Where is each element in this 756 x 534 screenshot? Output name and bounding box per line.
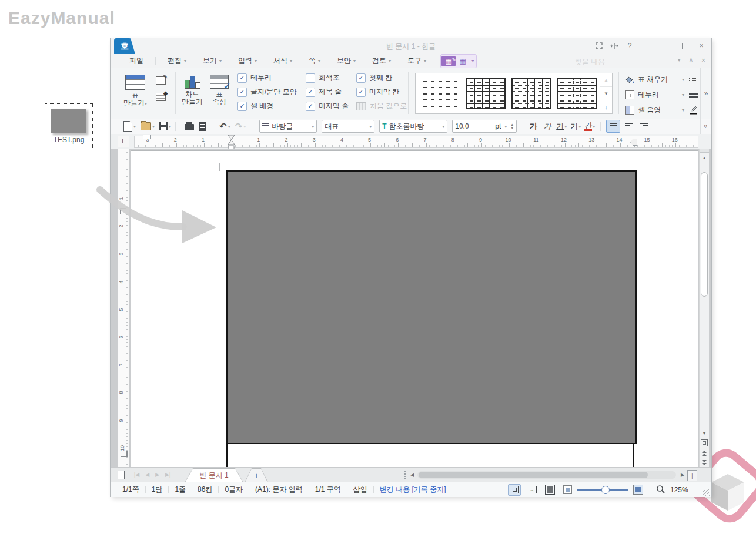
border-thickness-button[interactable] bbox=[688, 89, 700, 100]
open-button[interactable]: ▾ bbox=[141, 122, 155, 130]
resize-grip[interactable] bbox=[703, 489, 710, 496]
gallery-scroll-up-button[interactable]: ▲ bbox=[600, 73, 612, 87]
vertical-scrollbar[interactable]: ▲ ▼ bbox=[699, 149, 709, 467]
ribbon-more-button[interactable]: » bbox=[700, 68, 711, 119]
next-page-button[interactable] bbox=[700, 458, 709, 467]
table-style-solid-grid[interactable] bbox=[466, 78, 506, 109]
menu-file[interactable]: 파일 bbox=[121, 54, 152, 68]
scrollbar-thumb[interactable] bbox=[701, 172, 708, 297]
table-style-dashed-columns[interactable] bbox=[557, 78, 597, 109]
undo-button[interactable]: ↶▾ bbox=[219, 121, 230, 132]
menu-format[interactable]: 서식▾ bbox=[265, 54, 300, 68]
border-style-button[interactable] bbox=[688, 73, 700, 85]
cell-shading-button[interactable]: 셀 음영 ▾ bbox=[625, 104, 684, 116]
doc-close-icon[interactable]: × bbox=[701, 56, 705, 65]
maximize-button[interactable] bbox=[680, 41, 690, 51]
save-button[interactable]: ▾ bbox=[159, 122, 171, 130]
toolbar-more-button[interactable]: » bbox=[700, 119, 711, 134]
horizontal-scrollbar[interactable] bbox=[417, 471, 676, 479]
font-family-select[interactable]: T 함초롬바탕 ▾ bbox=[379, 120, 447, 133]
cell-border-button[interactable]: 테두리 ▾ bbox=[625, 89, 684, 100]
close-button[interactable]: × bbox=[696, 41, 707, 51]
gallery-scroll-down-button[interactable]: ▼ bbox=[600, 87, 612, 100]
font-size-input[interactable]: 10.0 pt ▾ ▲▼ bbox=[452, 120, 517, 133]
magnifier-icon[interactable] bbox=[656, 485, 665, 494]
menu-page[interactable]: 쪽▾ bbox=[300, 54, 329, 68]
checkbox-char-para-shape[interactable]: ✓글자/문단 모양 bbox=[237, 88, 300, 96]
h-ruler-track[interactable]: 32112345678910111213141516 bbox=[134, 136, 698, 148]
checkbox-header-row[interactable]: ✓제목 줄 bbox=[306, 88, 356, 96]
scroll-right-button[interactable]: ▶ bbox=[678, 470, 687, 480]
fullscreen-icon[interactable] bbox=[594, 41, 604, 51]
quick-search-placeholder[interactable]: 찾을 내용 bbox=[575, 57, 663, 67]
zoom-out-button[interactable] bbox=[563, 485, 572, 494]
menu-edit[interactable]: 편집▾ bbox=[159, 54, 195, 68]
previous-page-button[interactable] bbox=[700, 448, 709, 458]
status-insert-mode[interactable]: 삽입 bbox=[347, 485, 373, 495]
new-document-button[interactable]: ▾ bbox=[123, 121, 136, 132]
full-screen-view-button[interactable] bbox=[543, 484, 556, 496]
page-view-button[interactable] bbox=[508, 484, 521, 496]
left-margin-marker[interactable] bbox=[143, 135, 151, 139]
scroll-up-button[interactable]: ▲ bbox=[700, 153, 709, 162]
create-chart-button[interactable]: 차트만들기 bbox=[179, 75, 206, 106]
split-window-icon[interactable] bbox=[609, 41, 620, 51]
bottom-margin-marker[interactable] bbox=[121, 451, 128, 457]
tab-type-selector[interactable]: L bbox=[118, 136, 129, 147]
help-button[interactable]: ? bbox=[624, 41, 635, 51]
scroll-down-button[interactable]: ▼ bbox=[700, 428, 709, 438]
last-tab-button[interactable]: ▶| bbox=[165, 470, 170, 480]
italic-button[interactable]: 가 bbox=[541, 120, 554, 132]
ribbon-collapse-icon[interactable]: ∧ bbox=[689, 56, 693, 65]
preview-button[interactable] bbox=[199, 122, 206, 131]
underline-button[interactable]: 가▾ bbox=[555, 120, 568, 132]
fit-width-button[interactable]: ↔ bbox=[526, 484, 538, 496]
first-tab-button[interactable]: |◀ bbox=[134, 470, 139, 480]
checkbox-cell-background[interactable]: ✓셀 배경 bbox=[237, 102, 300, 110]
new-tab-button[interactable]: + bbox=[245, 468, 268, 482]
strikethrough-button[interactable]: 가▾ bbox=[569, 120, 582, 132]
tab-list-button[interactable] bbox=[116, 470, 126, 480]
paragraph-style-select[interactable]: 바탕글 ▾ bbox=[259, 120, 317, 133]
checkbox-last-column[interactable]: ✓마지막 칸 bbox=[356, 88, 408, 96]
split-view-handle[interactable] bbox=[700, 149, 709, 153]
print-button[interactable] bbox=[185, 122, 194, 130]
create-table-button[interactable]: 표 만들기▾ bbox=[119, 75, 152, 108]
menu-security[interactable]: 보안▾ bbox=[329, 54, 364, 68]
menu-input[interactable]: 입력▾ bbox=[230, 54, 265, 68]
table-style-dotted-rows[interactable] bbox=[511, 78, 551, 109]
page-overview-button[interactable] bbox=[701, 439, 708, 446]
hscroll-split-handle[interactable] bbox=[404, 471, 406, 479]
zoom-slider-handle[interactable] bbox=[601, 486, 610, 494]
inserted-image[interactable] bbox=[226, 170, 637, 444]
align-justify-button[interactable] bbox=[606, 120, 620, 133]
checkbox-first-column[interactable]: ✓첫째 칸 bbox=[356, 73, 408, 82]
checkbox-grayscale[interactable]: 회색조 bbox=[306, 73, 356, 82]
draw-table-button[interactable]: ✎ bbox=[154, 75, 167, 86]
font-color-button[interactable]: 간▾ bbox=[583, 120, 596, 132]
reset-to-default-button[interactable]: 처음 값으로 bbox=[356, 102, 408, 110]
view-split-button[interactable]: ❘ bbox=[687, 470, 697, 481]
redo-button[interactable]: ↷▾ bbox=[235, 121, 246, 132]
zoom-in-button[interactable] bbox=[633, 485, 643, 495]
doc-restore-icon[interactable]: ▾ bbox=[678, 56, 681, 65]
bold-button[interactable]: 가 bbox=[527, 120, 540, 132]
menu-tools[interactable]: 도구▾ bbox=[399, 54, 434, 68]
table-properties-button[interactable]: ✓ 표속성 bbox=[207, 75, 232, 106]
table-fill-button[interactable]: 표 채우기 ▾ bbox=[625, 73, 684, 85]
desktop-file-test-png[interactable]: TEST.png bbox=[45, 103, 93, 150]
font-size-stepper[interactable]: ▲▼ bbox=[510, 123, 514, 130]
table-style-none[interactable] bbox=[421, 78, 461, 109]
erase-table-button[interactable]: ◆ bbox=[154, 91, 167, 103]
scroll-left-button[interactable]: ◀ bbox=[408, 470, 416, 480]
document-tab[interactable]: 빈 문서 1 bbox=[185, 468, 243, 482]
border-color-button[interactable] bbox=[688, 104, 700, 116]
gallery-expand-button[interactable]: ↓ bbox=[600, 100, 612, 113]
table-layout-context-button[interactable]: ▦ bbox=[456, 56, 470, 66]
style-preset-select[interactable]: 대표 ▾ bbox=[322, 120, 374, 133]
menu-review[interactable]: 검토▾ bbox=[364, 54, 399, 68]
menu-view[interactable]: 보기▾ bbox=[195, 54, 230, 68]
next-tab-button[interactable]: ▶ bbox=[155, 470, 159, 480]
align-left-button[interactable] bbox=[621, 120, 635, 133]
checkbox-last-row[interactable]: ✓마지막 줄 bbox=[306, 102, 356, 110]
